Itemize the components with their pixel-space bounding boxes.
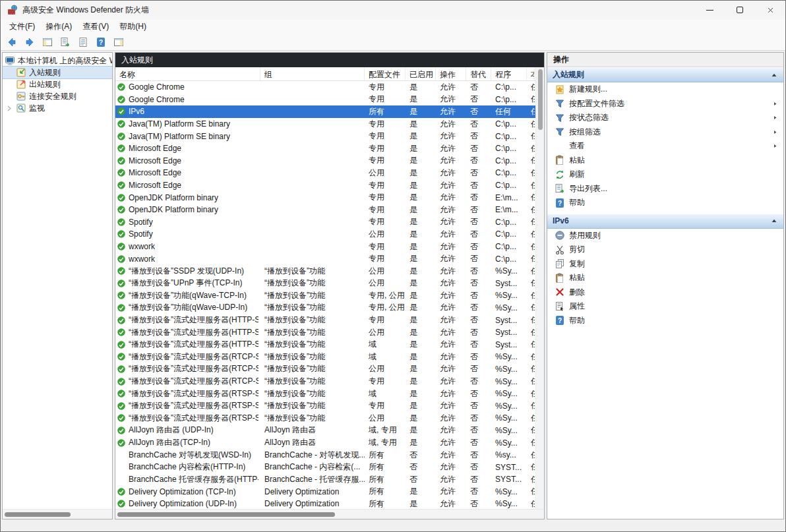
rule-row[interactable]: wxwork专用是允许否C:\p...任 xyxy=(115,252,535,265)
back-button[interactable] xyxy=(4,35,20,49)
scrollbar-thumb[interactable] xyxy=(5,512,71,517)
collapse-icon[interactable] xyxy=(770,217,778,225)
rule-row[interactable]: “播放到设备”流式处理服务器(HTTP-Stre...“播放到设备”功能公用是允… xyxy=(115,326,535,339)
rule-row[interactable]: “播放到设备”流式处理服务器(RTSP-Stre...“播放到设备”功能专用是允… xyxy=(115,399,535,412)
rule-row[interactable]: “播放到设备”流式处理服务器(HTTP-Stre...“播放到设备”功能域是允许… xyxy=(115,338,535,351)
action-paste[interactable]: 粘贴 xyxy=(547,154,783,168)
column-header-override[interactable]: 替代 xyxy=(466,67,491,80)
action-disable-rule[interactable]: 禁用规则 xyxy=(547,229,783,243)
action-cut[interactable]: 剪切 xyxy=(547,243,783,257)
cell-profile: 专用 xyxy=(365,94,406,106)
cell-override: 否 xyxy=(466,94,491,106)
menu-action[interactable]: 操作(A) xyxy=(40,19,77,34)
tree-item-inbound-rules[interactable]: 入站规则 xyxy=(3,67,112,78)
section-header-inbound-rules[interactable]: 入站规则 xyxy=(547,68,783,82)
scrollbar-thumb[interactable] xyxy=(538,69,543,130)
action-paste-rule[interactable]: 粘贴 xyxy=(547,271,783,285)
action-properties[interactable]: 属性 xyxy=(547,299,783,314)
rule-row[interactable]: Delivery Optimization (TCP-In)Delivery O… xyxy=(115,486,535,498)
cell-override: 否 xyxy=(466,351,491,363)
rule-row[interactable]: “播放到设备”流式处理服务器(RTSP-Stre...“播放到设备”功能公用是允… xyxy=(115,412,535,425)
forward-button[interactable] xyxy=(22,35,38,49)
help-button[interactable]: ? xyxy=(93,35,109,49)
rule-row[interactable]: BranchCache 内容检索(HTTP-In)BranchCache - 内… xyxy=(115,461,535,473)
properties-button[interactable] xyxy=(75,35,91,49)
rule-row[interactable]: “播放到设备”流式处理服务器(RTSP-Stre...“播放到设备”功能域是允许… xyxy=(115,388,535,400)
action-help-selected[interactable]: ?帮助 xyxy=(547,314,783,328)
rules-horizontal-scrollbar[interactable] xyxy=(115,509,544,519)
rule-row[interactable]: Java(TM) Platform SE binary专用是允许否C:\p...… xyxy=(115,118,535,131)
tree-item-monitoring[interactable]: 监视 xyxy=(3,102,112,114)
rule-row[interactable]: wxwork专用是允许否C:\p...任 xyxy=(115,241,535,253)
rule-row[interactable]: “播放到设备”功能(qWave-TCP-In)“播放到设备”功能专用, 公用是允… xyxy=(115,289,535,302)
action-filter-by-state[interactable]: 按状态筛选 xyxy=(547,111,783,125)
menu-view[interactable]: 查看(V) xyxy=(77,19,114,34)
action-item-label: 剪切 xyxy=(569,244,778,255)
rule-row[interactable]: “播放到设备”功能(qWave-UDP-In)“播放到设备”功能专用, 公用是允… xyxy=(115,302,535,314)
show-console-tree-button[interactable] xyxy=(40,35,55,49)
maximize-button[interactable] xyxy=(725,1,755,19)
rule-enabled-icon xyxy=(117,218,126,227)
rule-row[interactable]: Microsoft Edge专用是允许否C:\p...任 xyxy=(115,155,535,167)
column-header-action[interactable]: 操作 xyxy=(436,67,466,80)
tree-item-outbound-rules[interactable]: 出站规则 xyxy=(3,78,112,90)
rule-row[interactable]: Google Chrome专用是允许否C:\p...任 xyxy=(115,94,535,106)
column-header-group[interactable]: 组 xyxy=(260,67,365,80)
expand-chevron-icon[interactable] xyxy=(5,104,13,113)
rule-row[interactable]: Java(TM) Platform SE binary专用是允许否C:\p...… xyxy=(115,130,535,142)
rule-row[interactable]: OpenJDK Platform binary专用是允许否E:\m...任 xyxy=(115,204,535,216)
show-action-pane-button[interactable] xyxy=(111,35,127,49)
cell-enabled: 是 xyxy=(406,142,436,155)
close-button[interactable] xyxy=(755,1,785,19)
action-help[interactable]: ?帮助 xyxy=(547,196,783,210)
rule-row[interactable]: Delivery Optimization (UDP-In)Delivery O… xyxy=(115,498,535,509)
action-filter-by-profile[interactable]: 按配置文件筛选 xyxy=(547,97,783,111)
cell-group xyxy=(260,252,365,265)
rule-row[interactable]: IPv6所有是允许否任何任 xyxy=(115,105,535,118)
rule-row[interactable]: AllJoyn 路由器(TCP-In)AllJoyn 路由器域, 专用是允许否%… xyxy=(115,436,535,449)
rule-row[interactable]: BranchCache 托管缓存服务器(HTTP-In)BranchCache … xyxy=(115,473,535,486)
column-header-program[interactable]: 程序 xyxy=(491,67,527,80)
action-new-rule[interactable]: 新建规则... xyxy=(547,82,783,97)
action-refresh[interactable]: 刷新 xyxy=(547,167,783,182)
tree-horizontal-scrollbar[interactable] xyxy=(3,509,112,519)
rule-row[interactable]: “播放到设备”流式处理服务器(HTTP-Stre...“播放到设备”功能专用是允… xyxy=(115,314,535,326)
column-header-local-address[interactable]: 本 xyxy=(527,67,535,80)
action-filter-by-group[interactable]: 按组筛选 xyxy=(547,125,783,140)
rule-row[interactable]: Microsoft Edge专用是允许否C:\p...任 xyxy=(115,142,535,155)
cell-override: 否 xyxy=(466,461,491,473)
rule-row[interactable]: “播放到设备”SSDP 发现(UDP-In)“播放到设备”功能公用是允许否%Sy… xyxy=(115,265,535,278)
cell-action: 允许 xyxy=(436,289,466,302)
rules-vertical-scrollbar[interactable] xyxy=(535,67,544,509)
rule-row[interactable]: OpenJDK Platform binary专用是允许否E:\m...任 xyxy=(115,191,535,204)
rule-row[interactable]: “播放到设备”流式处理服务器(RTCP-Stre...“播放到设备”功能域是允许… xyxy=(115,351,535,363)
rule-row[interactable]: “播放到设备”流式处理服务器(RTCP-Stre...“播放到设备”功能公用是允… xyxy=(115,363,535,376)
cell-profile: 公用 xyxy=(365,363,406,376)
action-delete[interactable]: 删除 xyxy=(547,285,783,300)
scrollbar-thumb[interactable] xyxy=(117,512,335,517)
rule-row[interactable]: “播放到设备”流式处理服务器(RTCP-Stre...“播放到设备”功能专用是允… xyxy=(115,375,535,388)
column-header-enabled[interactable]: 已启用 xyxy=(406,67,436,80)
collapse-icon[interactable] xyxy=(770,71,778,79)
column-header-name[interactable]: 名称 xyxy=(115,67,260,80)
rule-row[interactable]: Spotify专用是允许否C:\p...任 xyxy=(115,216,535,229)
rule-row[interactable]: “播放到设备”UPnP 事件(TCP-In)“播放到设备”功能公用是允许否Sys… xyxy=(115,278,535,290)
rule-row[interactable]: Microsoft Edge专用是允许否C:\p...任 xyxy=(115,179,535,192)
rule-row[interactable]: Spotify公用是允许否C:\p...任 xyxy=(115,228,535,241)
column-header-profile[interactable]: 配置文件 xyxy=(365,67,406,80)
action-export-list[interactable]: 导出列表... xyxy=(547,182,783,196)
rule-row[interactable]: Microsoft Edge公用是允许否C:\p...任 xyxy=(115,167,535,179)
tree-item-connection-security-rules[interactable]: 连接安全规则 xyxy=(3,90,112,102)
action-copy[interactable]: 复制 xyxy=(547,257,783,272)
section-header-selected-rule[interactable]: IPv6 xyxy=(547,214,783,229)
cell-name: “播放到设备”流式处理服务器(HTTP-Stre... xyxy=(115,326,260,339)
action-view[interactable]: 查看 xyxy=(547,139,783,154)
rule-row[interactable]: BranchCache 对等机发现(WSD-In)BranchCache - 对… xyxy=(115,449,535,461)
tree-root-item[interactable]: 本地计算机 上的高级安全 Win xyxy=(3,55,112,67)
rule-row[interactable]: AllJoyn 路由器 (UDP-In)AllJoyn 路由器域, 专用是允许否… xyxy=(115,425,535,437)
export-list-button[interactable] xyxy=(57,35,73,49)
menu-help[interactable]: 帮助(H) xyxy=(114,19,152,34)
menu-file[interactable]: 文件(F) xyxy=(4,19,40,34)
minimize-button[interactable] xyxy=(694,1,725,19)
rule-row[interactable]: Google Chrome专用是允许否C:\p...任 xyxy=(115,81,535,94)
